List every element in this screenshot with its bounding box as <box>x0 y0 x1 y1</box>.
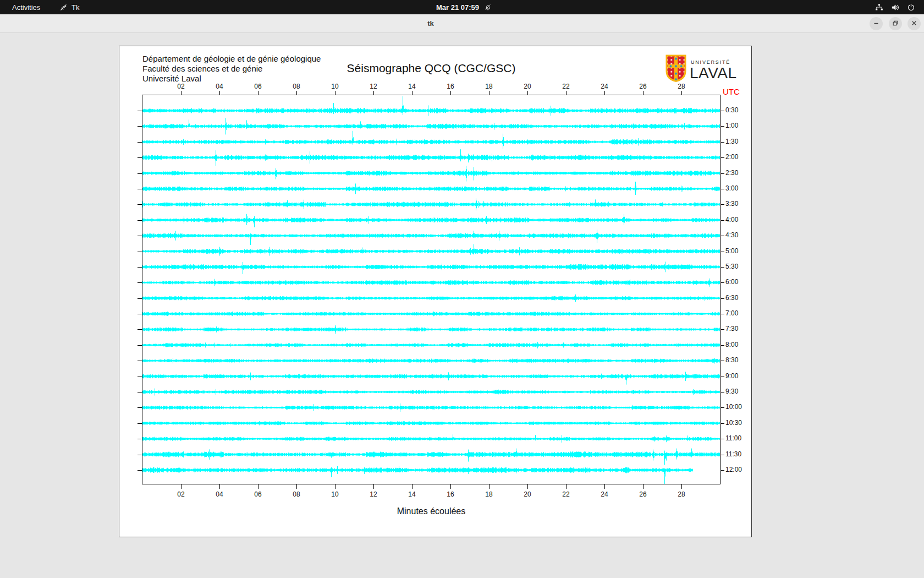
x-tick-top <box>643 91 644 95</box>
trace-time-label: 7:00 <box>725 309 738 318</box>
trace-tick-left <box>138 111 142 111</box>
trace-tick-right <box>721 377 724 377</box>
trace-tick-left <box>138 298 142 299</box>
tk-icon <box>59 3 68 12</box>
x-tick-top <box>258 91 258 95</box>
trace-tick-right <box>721 361 724 361</box>
window-titlebar[interactable]: tk <box>0 14 924 33</box>
clock-label: Mar 21 07:59 <box>436 3 479 12</box>
minimize-button[interactable] <box>870 17 883 30</box>
trace-tick-left <box>138 455 142 455</box>
x-tick-bottom <box>219 484 220 489</box>
trace-time-label: 3:00 <box>725 184 738 193</box>
trace-tick-left <box>138 439 142 439</box>
seismograph-panel: Département de géologie et de génie géol… <box>119 46 752 537</box>
trace-tick-left <box>138 173 142 174</box>
x-tick-bottom <box>296 484 297 489</box>
trace-tick-right <box>721 298 724 299</box>
x-tick-bottom <box>604 484 605 489</box>
trace-time-label: 2:30 <box>725 169 738 177</box>
logo-laval-text: LAVAL <box>690 64 737 81</box>
x-tick-label-top: 20 <box>518 83 537 90</box>
trace-tick-right <box>721 173 724 174</box>
x-tick-label-bottom: 24 <box>595 490 614 498</box>
trace-tick-right <box>721 314 724 314</box>
trace-time-label: 4:00 <box>725 216 738 224</box>
x-tick-label-top: 08 <box>287 83 306 90</box>
x-tick-bottom <box>489 484 490 489</box>
x-tick-top <box>412 91 413 95</box>
x-tick-top <box>489 91 490 95</box>
trace-tick-left <box>138 157 142 158</box>
bell-muted-icon <box>484 3 492 11</box>
maximize-button[interactable] <box>889 17 902 30</box>
trace-time-label: 6:00 <box>725 278 738 286</box>
window-title: tk <box>387 14 475 32</box>
clock-menu[interactable]: Mar 21 07:59 <box>436 0 492 14</box>
trace-tick-right <box>721 345 724 346</box>
x-tick-top <box>335 91 336 95</box>
x-tick-bottom <box>335 484 336 489</box>
close-icon <box>911 19 917 29</box>
utc-axis-label: UTC <box>723 87 740 96</box>
seismogram-traces-canvas <box>142 95 720 484</box>
trace-tick-left <box>138 189 142 189</box>
trace-tick-left <box>138 204 142 205</box>
trace-tick-right <box>721 204 724 205</box>
x-tick-label-top: 12 <box>364 83 383 90</box>
trace-time-label: 10:30 <box>725 419 742 427</box>
trace-time-label: 1:00 <box>725 122 738 130</box>
trace-tick-right <box>721 220 724 221</box>
x-tick-label-top: 26 <box>634 83 652 90</box>
trace-tick-right <box>721 142 724 143</box>
trace-tick-left <box>138 377 142 377</box>
maximize-icon <box>892 19 899 29</box>
trace-time-label: 11:00 <box>725 434 741 443</box>
laval-shield <box>666 55 686 83</box>
trace-tick-left <box>138 236 142 236</box>
x-tick-label-top: 02 <box>172 83 190 90</box>
trace-time-label: 11:30 <box>725 450 741 459</box>
activities-label: Activities <box>12 3 40 12</box>
app-menu-label: Tk <box>72 3 79 12</box>
x-tick-label-top: 16 <box>441 83 460 90</box>
activities-button[interactable]: Activities <box>7 0 46 14</box>
trace-tick-right <box>721 126 724 127</box>
x-tick-label-bottom: 18 <box>480 490 498 498</box>
trace-tick-right <box>721 407 724 408</box>
trace-tick-left <box>138 407 142 408</box>
volume-icon <box>891 3 899 12</box>
trace-tick-left <box>138 314 142 314</box>
x-tick-top <box>527 91 528 95</box>
system-status-area[interactable] <box>875 0 915 14</box>
trace-time-label: 9:00 <box>725 372 738 380</box>
trace-tick-right <box>721 252 724 252</box>
app-menu-tk[interactable]: Tk <box>55 0 84 14</box>
trace-time-label: 8:30 <box>725 356 738 364</box>
tk-window-content: Département de géologie et de génie géol… <box>0 33 924 578</box>
x-tick-bottom <box>643 484 644 489</box>
plot-title: Séismographe QCQ (CGC/GSC) <box>142 62 720 75</box>
x-tick-label-bottom: 26 <box>634 490 652 498</box>
close-button[interactable] <box>908 17 921 30</box>
x-tick-label-top: 14 <box>403 83 421 90</box>
x-tick-bottom <box>258 484 258 489</box>
x-tick-label-bottom: 10 <box>326 490 344 498</box>
trace-tick-right <box>721 329 724 330</box>
x-tick-bottom <box>373 484 374 489</box>
x-tick-label-top: 06 <box>249 83 267 90</box>
x-tick-bottom <box>681 484 682 489</box>
universite-laval-logo: UNIVERSITÉ LAVAL <box>665 53 741 85</box>
trace-tick-right <box>721 392 724 392</box>
trace-tick-left <box>138 267 142 268</box>
trace-time-label: 0:30 <box>725 106 738 114</box>
trace-tick-left <box>138 329 142 330</box>
x-tick-top <box>681 91 682 95</box>
x-tick-bottom <box>412 484 413 489</box>
x-tick-label-top: 24 <box>595 83 614 90</box>
trace-time-label: 10:00 <box>725 403 742 411</box>
trace-tick-right <box>721 111 724 111</box>
trace-tick-left <box>138 361 142 361</box>
x-tick-label-bottom: 16 <box>441 490 460 498</box>
x-tick-top <box>373 91 374 95</box>
